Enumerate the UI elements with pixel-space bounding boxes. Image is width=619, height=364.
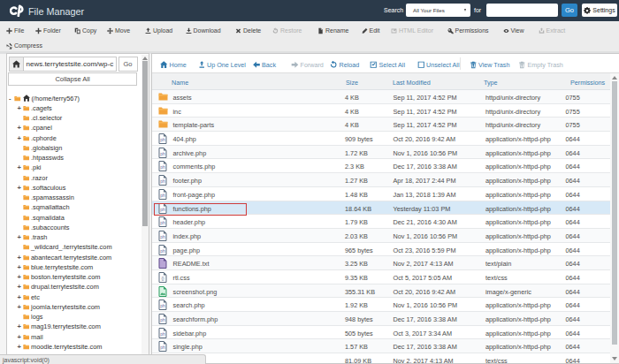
- svg-text:ph: ph: [160, 152, 165, 156]
- svg-text:ph: ph: [160, 222, 165, 226]
- svg-text:ph: ph: [160, 305, 165, 309]
- svg-text:ph: ph: [160, 235, 165, 239]
- svg-text:ph: ph: [160, 193, 165, 198]
- svg-text:ph: ph: [160, 180, 165, 185]
- svg-text:ph: ph: [160, 318, 165, 322]
- svg-text:ph: ph: [160, 249, 165, 254]
- svg-text:{}: {}: [161, 277, 164, 281]
- svg-text:ph: ph: [160, 332, 165, 337]
- svg-text:ph: ph: [160, 346, 165, 351]
- svg-text:ph: ph: [160, 138, 165, 142]
- svg-text:ph: ph: [160, 166, 165, 171]
